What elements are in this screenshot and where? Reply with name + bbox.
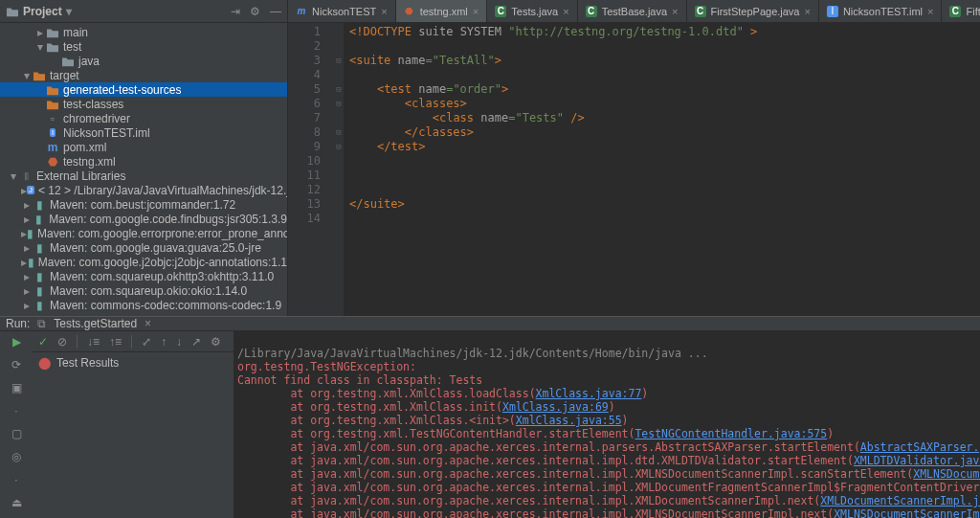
project-panel: Project ▾ ⇥ ⚙ — ▸main▾test java▾target g… [0,0,288,316]
project-title[interactable]: Project ▾ [6,5,231,18]
run-label: Run: [6,317,30,330]
prev-icon[interactable]: ↑ [161,335,167,349]
run-icon[interactable]: ▶ [12,335,21,349]
gear-icon[interactable]: ⚙ [250,5,260,18]
tree-node[interactable]: mpom.xml [0,140,287,154]
tree-node[interactable]: ▾⫴External Libraries [0,169,287,183]
editor-tab[interactable]: CFifthStepPage.java× [942,0,980,22]
skip-icon[interactable]: ⊘ [57,335,67,349]
tree-node[interactable]: ▸▮Maven: com.squareup.okio:okio:1.14.0 [0,283,287,298]
editor-tab[interactable]: CTests.java× [487,0,577,22]
editor-tabs[interactable]: mNicksonTEST×⬣testng.xml×CTests.java×CTe… [288,0,980,23]
editor-tab[interactable]: INicksonTEST.iml× [819,0,943,22]
close-icon[interactable]: × [927,6,933,17]
divider [131,335,132,349]
tree-node[interactable]: ▾test [0,39,287,54]
close-icon[interactable]: × [145,317,151,330]
close-icon[interactable]: × [473,6,479,17]
project-header: Project ▾ ⇥ ⚙ — [0,0,287,23]
test-results-row[interactable]: ⬤ Test Results [33,352,234,373]
run-header: Run: ⧉ Tests.getStarted × [0,317,980,331]
editor-body[interactable]: 1234567891011121314 ⊟ ⊟ ⊟ ⊟ ⊟ <!DOCTYPE … [288,23,980,316]
code-content[interactable]: <!DOCTYPE suite SYSTEM "http://testng.or… [344,23,980,316]
tree-node[interactable]: ▸J< 12 > /Library/Java/JavaVirtualMachin… [0,183,287,197]
editor-tab[interactable]: mNicksonTEST× [288,0,396,22]
tree-node[interactable]: ▸▮Maven: com.squareup.okhttp3:okhttp:3.1… [0,269,287,283]
editor-area: mNicksonTEST×⬣testng.xml×CTests.java×CTe… [288,0,980,316]
tree-node[interactable]: ▸▮Maven: com.google.code.findbugs:jsr305… [0,212,287,226]
tree-node[interactable]: java [0,54,287,68]
fail-icon: ⬤ [38,356,51,370]
close-icon[interactable]: × [563,6,568,17]
sort-up-icon[interactable]: ↑≡ [109,335,122,349]
collapse-icon[interactable]: ⇥ [231,5,240,18]
project-tree[interactable]: ▸main▾test java▾target generated-test-so… [0,23,287,316]
layout-icon[interactable]: ▢ [11,427,22,440]
close-icon[interactable]: × [381,6,387,17]
tree-node[interactable]: INicksonTEST.iml [0,125,287,140]
check-icon[interactable]: ✓ [38,335,48,349]
console-output[interactable]: /Library/Java/JavaVirtualMachines/jdk-12… [234,331,980,518]
testng-icon: ⧉ [37,317,46,330]
editor-tab[interactable]: CFirstStepPage.java× [687,0,819,22]
minimize-icon[interactable]: — [270,5,281,18]
run-config-name[interactable]: Tests.getStarted [54,317,137,330]
camera-icon[interactable]: ◎ [11,450,21,463]
expand-icon[interactable]: ⤢ [142,335,151,349]
editor-tab[interactable]: CTestBase.java× [578,0,687,22]
fold-column[interactable]: ⊟ ⊟ ⊟ ⊟ ⊟ [334,23,344,316]
tree-node[interactable]: ⬣testng.xml [0,154,287,169]
gear-icon[interactable]: ⚙ [211,335,221,349]
close-icon[interactable]: × [672,6,678,17]
divider [77,335,78,349]
exit-icon[interactable]: ⏏ [11,496,22,509]
divider: · [14,473,17,486]
tree-node[interactable]: ▸▮Maven: com.google.guava:guava:25.0-jre [0,240,287,255]
tree-node[interactable]: test-classes [0,97,287,111]
tree-node[interactable]: ▫chromedriver [0,111,287,125]
tree-node[interactable]: ▸▮Maven: com.google.j2objc:j2objc-annota… [0,255,287,269]
export-icon[interactable]: ↗ [191,335,201,349]
test-toolbar: ✓ ⊘ ↓≡ ↑≡ ⤢ ↑ ↓ ↗ ⚙ [33,331,234,352]
line-gutter: 1234567891011121314 [288,23,334,316]
tree-node[interactable]: generated-test-sources [0,82,287,97]
editor-tab[interactable]: ⬣testng.xml× [396,0,488,22]
debug-icon[interactable]: ⟳ [11,358,21,372]
tree-node[interactable]: ▸main [0,25,287,39]
stop-icon[interactable]: ▣ [11,381,22,394]
tree-node[interactable]: ▸▮Maven: commons-codec:commons-codec:1.9 [0,298,287,312]
sort-down-icon[interactable]: ↓≡ [87,335,100,349]
run-panel: Run: ⧉ Tests.getStarted × ▶ ⟳ ▣ · ▢ ◎ · … [0,316,980,518]
next-icon[interactable]: ↓ [176,335,182,349]
test-results-label: Test Results [56,356,119,370]
run-action-gutter: ▶ ⟳ ▣ · ▢ ◎ · ⏏ 📌 [0,331,33,518]
divider: · [14,404,17,417]
tree-node[interactable]: ▸▮Maven: com.google.errorprone:error_pro… [0,226,287,240]
close-icon[interactable]: × [804,6,810,17]
test-tree-panel: ✓ ⊘ ↓≡ ↑≡ ⤢ ↑ ↓ ↗ ⚙ ⬤ Test Results [33,331,234,518]
tree-node[interactable]: ▾target [0,68,287,82]
tree-node[interactable]: ▸▮Maven: com.beust:jcommander:1.72 [0,197,287,212]
